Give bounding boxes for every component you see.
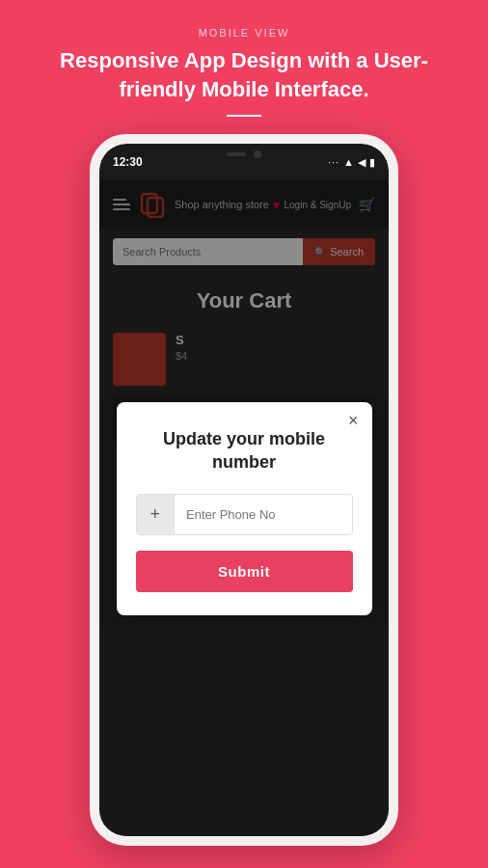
status-time: 12:30: [113, 155, 143, 169]
status-icons: ··· ▲ ◀ ▮: [328, 156, 375, 169]
modal-overlay: × Update your mobile number + Submit: [99, 180, 389, 836]
headline: Responsive App Design with a User-friend…: [0, 46, 488, 103]
notch: [201, 144, 287, 165]
submit-button[interactable]: Submit: [136, 551, 353, 592]
divider: [227, 115, 261, 117]
modal-close-button[interactable]: ×: [348, 412, 359, 429]
wifi-icon: ▲: [343, 156, 354, 168]
phone-frame: 12:30 ··· ▲ ◀ ▮: [90, 134, 398, 846]
view-label: MOBILE VIEW: [199, 27, 290, 39]
phone-input-row: +: [136, 494, 353, 535]
phone-number-input[interactable]: [175, 495, 352, 534]
phone-status-bar: 12:30 ··· ▲ ◀ ▮: [99, 144, 389, 180]
modal-title: Update your mobile number: [136, 427, 353, 475]
phone-prefix: +: [137, 495, 176, 534]
ellipsis-icon: ···: [328, 156, 339, 168]
notch-camera-dot: [254, 150, 261, 158]
modal-box: × Update your mobile number + Submit: [117, 402, 372, 615]
signal-icon: ◀: [358, 156, 366, 169]
notch-bar: [227, 152, 246, 156]
app-content: Shop anything store ♥ Login & SignUp 🛒 🔍…: [99, 180, 389, 836]
battery-icon: ▮: [369, 156, 375, 169]
